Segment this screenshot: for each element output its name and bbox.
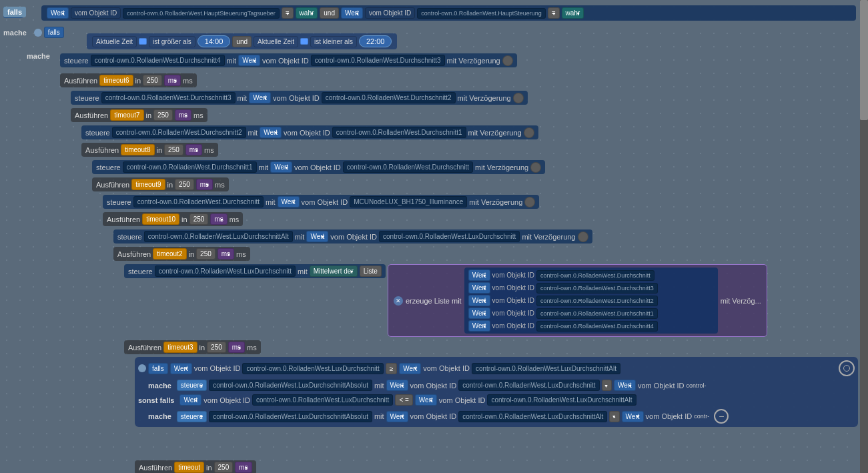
list-item-2: Wert vom Objekt ID control-own.0.Rollade… xyxy=(468,282,714,294)
eq-operator-1[interactable]: = xyxy=(282,7,294,19)
durch4-id: control-own.0.RolladenWest.Durchschnitt4 xyxy=(91,55,225,66)
mit-label-5: mit xyxy=(266,198,276,206)
ms-dd-2[interactable]: ms xyxy=(175,109,191,121)
minus-circle[interactable]: − xyxy=(714,409,729,424)
checkbox-2[interactable] xyxy=(300,38,308,45)
mache-label-row2: mache xyxy=(27,52,50,60)
durch2-id-b: control-own.0.RolladenWest.Durchschnitt2 xyxy=(112,127,246,138)
wert-sonst-1[interactable]: Wert xyxy=(179,394,201,406)
timeout10-chip: timeout10 xyxy=(142,213,179,225)
mache-inner-label: mache xyxy=(148,382,171,390)
wahr-1[interactable]: wahr xyxy=(296,7,318,19)
wert-sonst-2[interactable]: Wert xyxy=(415,394,437,406)
vom-mache-2: vom Objekt ID xyxy=(638,382,685,390)
wahr-2[interactable]: wahr xyxy=(562,7,584,19)
wert-mache2-2[interactable]: Wert xyxy=(622,411,644,422)
mit-label-2: mit xyxy=(238,94,248,102)
time-condition-row: Aktuelle Zeit ist größer als 14:00 und A… xyxy=(87,33,397,49)
ms-dd-1[interactable]: ms xyxy=(164,75,181,86)
falls-inner-label: falls xyxy=(148,363,168,374)
scrollbar-thumb[interactable] xyxy=(860,0,868,120)
wert-dd-8[interactable]: Wert xyxy=(306,231,328,242)
wert-mache-1[interactable]: Wert xyxy=(386,380,408,391)
ms-value-4: 250 xyxy=(175,179,194,190)
ausfuhren-timeout9: Ausführen timeout9 in 250 ms ms xyxy=(92,177,229,191)
wert-list-dd-4[interactable]: Wert xyxy=(468,308,490,319)
wert-dd-3[interactable]: Wert xyxy=(238,55,260,66)
minus-op-2[interactable]: - xyxy=(609,411,619,422)
steuere-label-6: steuere xyxy=(117,233,142,241)
verz-circle-1 xyxy=(502,55,513,66)
mache-inner-row-2: mache steuere control-own.0.RolladenWest… xyxy=(138,409,855,424)
minus-op-1[interactable]: - xyxy=(602,380,612,391)
main-container: falls Wert vom Objekt ID control-own.0.R… xyxy=(0,0,868,473)
vom-inner-2: vom Objekt ID xyxy=(423,364,470,372)
steuere-row-2: steuere control-own.0.RolladenWest.Durch… xyxy=(71,91,528,105)
durch1-id: control-own.0.RolladenWest.Durchschnitt1 xyxy=(332,127,466,138)
aktuelle-zeit-1: Aktuelle Zeit xyxy=(92,36,137,47)
vom-list-2: vom Objekt ID xyxy=(492,284,534,292)
ausfuhren-label-6: Ausführen xyxy=(117,250,151,258)
gear-icon[interactable] xyxy=(34,29,42,37)
in-label-3: in xyxy=(157,146,163,154)
erzeuge-liste-label: erzeuge Liste mit xyxy=(406,297,462,305)
timeout9-chip: timeout9 xyxy=(131,179,165,190)
steuere-row-3: steuere control-own.0.RolladenWest.Durch… xyxy=(81,125,538,139)
list-x-icon[interactable]: ✕ xyxy=(394,296,403,306)
ms-text-7: ms xyxy=(247,344,257,352)
wert-mache-2[interactable]: Wert xyxy=(614,380,636,391)
lux-durch-sonst: control-own.0.RolladenWest.LuxDurchschni… xyxy=(252,394,393,406)
durch3-list: control-own.0.RolladenWest.Durchschnitt3 xyxy=(536,283,658,294)
lux-alt-sonst: control-own.0.RolladenWest.LuxDurchschni… xyxy=(487,394,636,406)
mit-verz-3: mit Verzögerung xyxy=(468,129,522,137)
steuere-inner-chip-2: steuere xyxy=(177,411,207,422)
row-top-condition: Wert vom Objekt ID control-own.0.Rollade… xyxy=(41,5,856,21)
wert-list-dd-1[interactable]: Wert xyxy=(468,270,490,281)
wert-inner-1[interactable]: Wert xyxy=(170,363,192,374)
vom-objekt-text-1: vom Objekt ID xyxy=(71,7,121,19)
wert-dropdown-1[interactable]: Wert xyxy=(47,7,69,19)
wert-dd-7[interactable]: Wert xyxy=(278,196,300,207)
lux-alt-mache2: control-own.0.RolladenWest.LuxDurchschni… xyxy=(458,411,607,422)
contr-truncated-2: contr- xyxy=(694,413,709,420)
eq-operator-2[interactable]: = xyxy=(548,7,560,19)
wert-list-dd-2[interactable]: Wert xyxy=(468,282,490,294)
gear-icon-inner[interactable] xyxy=(138,364,146,372)
ausfuhren-label-4: Ausführen xyxy=(96,181,129,189)
steuere-row-6: steuere control-own.0.RolladenWest.LuxDu… xyxy=(113,229,592,244)
sidebar-falls-top: falls xyxy=(3,7,26,17)
wert-list-dd-5[interactable]: Wert xyxy=(468,320,490,332)
ms-value-1: 250 xyxy=(143,75,162,86)
control-truncated: control- xyxy=(687,382,707,389)
wert-dd-6[interactable]: Wert xyxy=(270,161,292,173)
wert-dd-5[interactable]: Wert xyxy=(260,127,282,138)
ms-value-2: 250 xyxy=(153,109,173,121)
verz-circle-4 xyxy=(530,162,541,173)
durch1-list: control-own.0.RolladenWest.Durchschnitt1 xyxy=(536,308,658,319)
object-id-haupt: control-own.0.RolladenWest.HauptSteuerun… xyxy=(417,8,545,19)
checkbox-1[interactable] xyxy=(139,38,147,45)
ist-kleiner-label: ist kleiner als xyxy=(310,36,357,47)
ms-dd-3[interactable]: ms xyxy=(185,144,202,155)
ms-dd-7[interactable]: ms xyxy=(228,342,245,353)
timeout3-chip: timeout3 xyxy=(163,342,197,353)
wert-list-dd-3[interactable]: Wert xyxy=(468,295,490,306)
wert-dropdown-2[interactable]: Wert xyxy=(341,7,363,19)
time-1400: 14:00 xyxy=(197,35,231,47)
ms-dd-5[interactable]: ms xyxy=(210,213,227,225)
ms-value-7: 250 xyxy=(207,342,226,353)
ms-text-6: ms xyxy=(236,250,246,258)
ms-dd-4[interactable]: ms xyxy=(196,179,213,190)
ms-dd-6[interactable]: ms xyxy=(218,248,234,260)
mittelwert-dd[interactable]: Mittelwert der xyxy=(310,266,358,277)
verz-circle-2 xyxy=(513,93,524,103)
lux-durch-id-b: control-own.0.RolladenWest.LuxDurchschni… xyxy=(155,266,296,277)
wert-inner-2[interactable]: Wert xyxy=(399,363,421,374)
bottom-falls-section: falls Wert vom Objekt ID control-own.0.R… xyxy=(135,357,858,427)
wert-dd-4[interactable]: Wert xyxy=(249,92,271,103)
steuere-label-2: steuere xyxy=(75,94,99,102)
scrollbar-track[interactable] xyxy=(860,0,868,473)
mit-label-4: mit xyxy=(259,163,269,171)
target-circle[interactable] xyxy=(839,360,855,376)
wert-mache2-1[interactable]: Wert xyxy=(386,411,408,422)
